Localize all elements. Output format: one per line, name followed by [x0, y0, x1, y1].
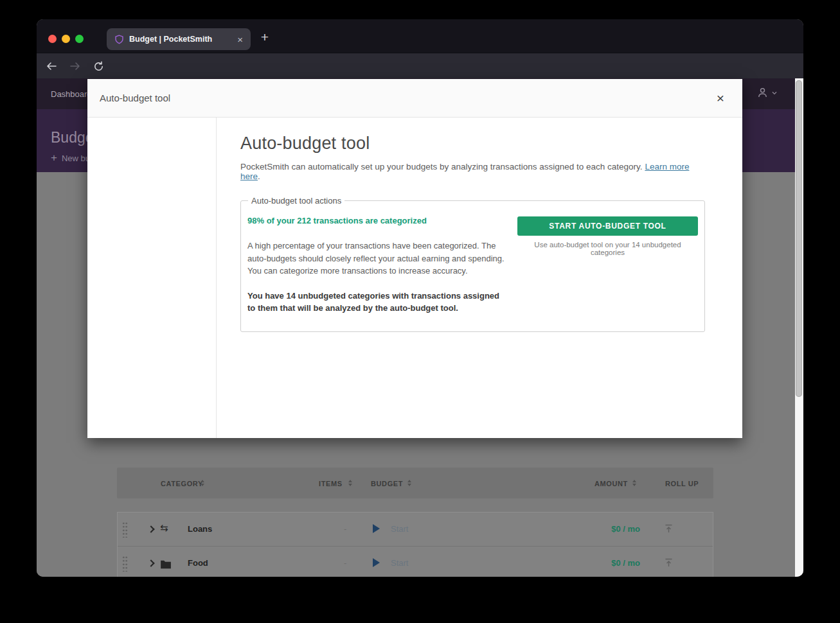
start-budget-link[interactable]: Start	[391, 558, 408, 568]
browser-toolbar: https://my.pocketsmith.com/budget ☆	[37, 53, 803, 78]
modal-main: Auto-budget tool PocketSmith can automat…	[217, 118, 742, 438]
start-budget-link[interactable]: Start	[391, 524, 408, 534]
sort-budget-icon[interactable]	[407, 480, 411, 486]
column-header-category[interactable]: CATEGORY	[161, 480, 203, 487]
tab-title: Budget | PocketSmith	[129, 35, 212, 44]
rollup-icon[interactable]	[664, 523, 674, 534]
play-icon[interactable]	[373, 524, 380, 533]
rollup-icon[interactable]	[664, 557, 674, 568]
modal-sidebar	[87, 118, 217, 438]
budget-table: CATEGORY ITEMS BUDGET AMOUNT ROLL UP ⇆ L…	[117, 468, 713, 577]
nav-item-dashboard[interactable]: Dashboard	[51, 89, 92, 99]
play-icon[interactable]	[373, 558, 380, 567]
forward-icon[interactable]	[69, 61, 81, 71]
chevron-right-icon[interactable]	[147, 559, 154, 566]
category-name: Loans	[188, 524, 212, 534]
pocketsmith-favicon-shield-icon	[114, 35, 124, 44]
scrollbar-thumb[interactable]	[796, 80, 802, 397]
chevron-down-icon	[772, 91, 777, 95]
window-controls	[48, 35, 84, 43]
budget-table-header: CATEGORY ITEMS BUDGET AMOUNT ROLL UP	[117, 468, 713, 498]
reload-icon[interactable]	[93, 61, 104, 72]
back-icon[interactable]	[46, 61, 57, 71]
page-scrollbar[interactable]	[795, 78, 803, 577]
table-row-food[interactable]: Food - Start $0 / mo	[118, 546, 713, 577]
tab-strip: Budget | PocketSmith × +	[37, 19, 803, 53]
unbudgeted-note: You have 14 unbudgeted categories with t…	[247, 290, 507, 315]
status-description: A high percentage of your transactions h…	[247, 240, 507, 277]
categorized-status-text: 98% of your 212 transactions are categor…	[247, 216, 517, 225]
column-header-items[interactable]: ITEMS	[319, 480, 343, 487]
drag-handle-icon[interactable]	[122, 522, 128, 538]
modal-header: Auto-budget tool ×	[87, 79, 742, 118]
budget-table-rows: ⇆ Loans - Start $0 / mo	[117, 512, 713, 577]
close-icon[interactable]: ×	[717, 91, 724, 105]
items-value: -	[344, 524, 346, 534]
plus-icon: +	[51, 152, 57, 164]
minimize-window-button[interactable]	[62, 35, 70, 43]
sort-category-icon[interactable]	[201, 480, 204, 486]
column-header-rollup: ROLL UP	[665, 480, 699, 487]
browser-tab[interactable]: Budget | PocketSmith ×	[107, 28, 251, 50]
drag-handle-icon[interactable]	[122, 556, 128, 572]
sort-amount-icon[interactable]	[632, 480, 636, 486]
modal-header-title: Auto-budget tool	[100, 92, 170, 103]
user-menu[interactable]	[756, 87, 777, 99]
fieldset-legend: Auto-budget tool actions	[248, 196, 344, 206]
auto-budget-actions-fieldset: Auto-budget tool actions 98% of your 212…	[240, 196, 705, 332]
amount-value: $0 / mo	[611, 524, 640, 534]
auto-budget-modal: Auto-budget tool × Auto-budget tool Pock…	[87, 79, 742, 438]
folder-icon	[160, 559, 172, 570]
transfer-icon: ⇆	[160, 522, 172, 534]
table-row-loans[interactable]: ⇆ Loans - Start $0 / mo	[118, 513, 713, 546]
sort-items-icon[interactable]	[348, 480, 352, 486]
column-header-budget[interactable]: BUDGET	[371, 480, 403, 487]
items-value: -	[344, 558, 346, 568]
modal-heading: Auto-budget tool	[240, 134, 705, 154]
zoom-window-button[interactable]	[75, 35, 84, 43]
page-viewport: Dashboard Budget + New budget CATEGORY	[37, 78, 803, 577]
start-button-caption: Use auto-budget tool on your 14 unbudget…	[517, 241, 698, 256]
tab-close-icon[interactable]: ×	[237, 35, 243, 44]
new-tab-button[interactable]: +	[256, 30, 274, 45]
user-icon	[756, 87, 769, 99]
amount-value: $0 / mo	[611, 558, 640, 568]
column-header-amount[interactable]: AMOUNT	[594, 480, 628, 487]
start-auto-budget-button[interactable]: START AUTO-BUDGET TOOL	[517, 216, 698, 236]
chevron-right-icon[interactable]	[147, 525, 154, 532]
browser-window: Budget | PocketSmith × +	[37, 19, 803, 577]
modal-intro: PocketSmith can automatically set up you…	[240, 162, 705, 181]
category-name: Food	[188, 558, 208, 568]
close-window-button[interactable]	[48, 35, 57, 43]
